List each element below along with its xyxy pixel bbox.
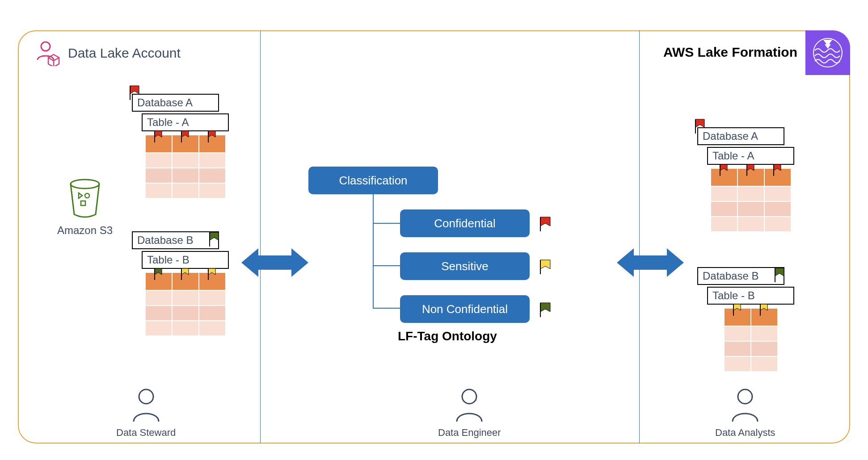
svg-point-32: [738, 389, 752, 404]
svg-marker-7: [79, 193, 82, 198]
db-name: Database A: [132, 94, 219, 112]
role-label: Data Steward: [116, 427, 176, 439]
flag-icon: [539, 216, 552, 231]
left-db-a: Database A Table - A: [132, 94, 235, 198]
flag-icon: [719, 163, 729, 176]
flag-icon: [695, 118, 706, 134]
table-name: Table - B: [142, 251, 229, 269]
table-name: Table - A: [142, 113, 229, 131]
lake-formation-icon: [805, 30, 850, 75]
s3-bucket-icon: [67, 179, 102, 218]
person-icon: [131, 388, 161, 422]
child-label: Sensitive: [441, 259, 489, 273]
flag-icon: [181, 130, 190, 142]
child-label: Confidential: [434, 217, 495, 230]
flag-icon: [773, 163, 783, 176]
db-name: Database B: [132, 231, 219, 249]
right-db-a: Database A Table - A: [697, 127, 800, 232]
data-table: [724, 308, 778, 372]
ontology-tree: Classification Confidential Sensitive No…: [308, 167, 577, 343]
db-name: Database B: [697, 267, 784, 285]
ontology-child-nonconfidential: Non Confidential: [400, 295, 530, 323]
role-engineer: Data Engineer: [438, 388, 501, 439]
svg-point-31: [462, 389, 476, 404]
data-table: [711, 168, 791, 232]
service-label: AWS Lake Formation: [663, 45, 797, 60]
s3-caption: Amazon S3: [57, 224, 113, 237]
person-icon: [730, 388, 760, 422]
data-table: [145, 135, 226, 198]
account-label: Data Lake Account: [68, 46, 181, 61]
role-steward: Data Steward: [116, 388, 176, 439]
bidirectional-arrow-icon: [241, 245, 308, 280]
ontology-caption: LF-Tag Ontology: [398, 329, 577, 343]
flag-icon: [154, 268, 164, 280]
role-label: Data Engineer: [438, 427, 501, 439]
ontology-root: Classification: [308, 167, 438, 194]
svg-point-8: [85, 193, 89, 198]
person-icon: [454, 388, 485, 422]
role-analysts: Data Analysts: [715, 388, 775, 439]
flag-icon: [207, 130, 217, 142]
bidirectional-arrow-icon: [617, 245, 684, 280]
flag-icon: [207, 268, 217, 280]
flag-icon: [733, 303, 742, 316]
table-name: Table - B: [707, 287, 794, 305]
svg-marker-18: [241, 248, 308, 277]
flag-icon: [181, 268, 190, 280]
flag-icon: [774, 267, 786, 282]
child-label: Non Confidential: [422, 302, 508, 316]
left-db-b: Database B Table - B: [132, 231, 235, 336]
svg-point-30: [139, 389, 153, 404]
table-name: Table - A: [707, 147, 794, 165]
flag-icon: [746, 163, 756, 176]
flag-icon: [209, 231, 220, 247]
flag-icon: [759, 303, 769, 316]
ontology-child-sensitive: Sensitive: [400, 252, 530, 280]
svg-point-0: [41, 42, 50, 51]
s3-block: Amazon S3: [57, 179, 113, 237]
svg-marker-19: [617, 248, 684, 277]
svg-rect-9: [81, 201, 85, 205]
svg-point-6: [71, 180, 99, 188]
ontology-child-confidential: Confidential: [400, 209, 530, 237]
panel-divider-1: [260, 30, 261, 443]
db-name: Database A: [697, 127, 784, 145]
right-db-b: Database B Table - B: [697, 267, 800, 372]
user-with-box-icon: [35, 40, 61, 66]
account-header: Data Lake Account: [35, 40, 181, 66]
panel-divider-2: [639, 30, 640, 443]
flag-icon: [539, 259, 552, 274]
svg-marker-5: [825, 44, 831, 49]
flag-icon: [129, 85, 141, 100]
flag-icon: [539, 302, 552, 317]
flag-icon: [154, 130, 164, 142]
role-label: Data Analysts: [715, 427, 775, 439]
data-table: [145, 272, 226, 336]
